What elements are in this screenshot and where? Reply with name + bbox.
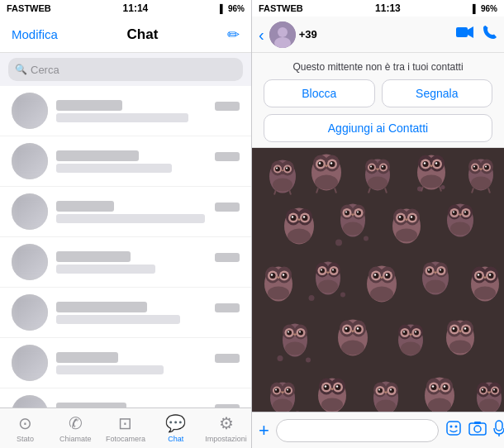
right-status-bar: FASTWEB 11:13 ▌ 96% (252, 0, 504, 17)
svg-point-102 (398, 215, 404, 221)
svg-point-183 (288, 331, 289, 333)
camera-button[interactable] (468, 421, 487, 440)
avatar (12, 345, 48, 381)
svg-point-242 (325, 385, 326, 387)
svg-point-275 (482, 389, 483, 391)
svg-point-24 (318, 161, 324, 167)
mic-button[interactable] (493, 420, 504, 441)
report-button[interactable]: Segnala (382, 79, 493, 107)
nav-actions (456, 25, 497, 44)
svg-point-104 (399, 216, 401, 217)
svg-point-276 (493, 389, 495, 391)
svg-point-252 (389, 388, 394, 393)
svg-point-51 (435, 161, 440, 167)
svg-point-160 (439, 269, 444, 274)
sticker-button[interactable] (445, 420, 462, 441)
edit-button[interactable]: Modifica (12, 27, 58, 41)
right-input-bar: + (252, 412, 504, 448)
add-contact-button[interactable]: Aggiungi ai Contatti (264, 114, 492, 142)
tab-chat[interactable]: 💬 Chat (150, 413, 201, 443)
stato-label: Stato (17, 435, 34, 443)
right-battery: ▌ 96% (473, 4, 497, 13)
svg-point-182 (298, 331, 303, 336)
svg-point-129 (268, 287, 289, 300)
list-item[interactable] (0, 237, 251, 288)
list-item[interactable] (0, 388, 251, 407)
svg-point-150 (374, 274, 376, 275)
svg-point-280 (449, 426, 452, 428)
svg-point-103 (410, 215, 416, 221)
svg-point-70 (471, 177, 491, 190)
tab-fotocamera[interactable]: ⊡ Fotocamera (101, 413, 151, 443)
svg-point-251 (378, 388, 383, 393)
svg-point-138 (332, 269, 334, 271)
svg-point-141 (309, 295, 315, 301)
svg-rect-3 (456, 27, 468, 37)
video-call-button[interactable] (456, 26, 474, 43)
svg-point-96 (364, 236, 368, 241)
chat-info (56, 302, 240, 324)
right-panel: FASTWEB 11:13 ▌ 96% ‹ +39 (252, 0, 504, 448)
svg-point-188 (306, 358, 311, 363)
add-button[interactable]: + (259, 420, 269, 441)
svg-point-205 (402, 331, 407, 336)
chat-list[interactable] (0, 86, 251, 407)
chat-label: Chat (168, 435, 183, 443)
svg-point-83 (288, 229, 311, 244)
warning-buttons: Blocca Segnala (264, 79, 492, 107)
svg-point-208 (415, 331, 416, 333)
svg-point-153 (370, 287, 393, 302)
contact-avatar (269, 21, 296, 48)
svg-point-39 (370, 166, 372, 168)
svg-point-137 (321, 269, 322, 271)
list-item[interactable] (0, 136, 251, 187)
stato-icon: ⊙ (18, 413, 32, 433)
svg-point-206 (414, 331, 419, 336)
voice-call-button[interactable] (483, 25, 497, 44)
avatar (12, 143, 48, 179)
tab-chiamate[interactable]: ✆ Chiamate (50, 413, 101, 443)
list-item[interactable] (0, 86, 251, 136)
list-item[interactable] (0, 187, 251, 237)
svg-point-151 (386, 274, 388, 275)
compose-icon[interactable]: ✏ (227, 26, 240, 44)
svg-point-13 (276, 168, 278, 169)
chat-info (56, 352, 240, 374)
svg-rect-284 (474, 422, 481, 424)
svg-point-80 (292, 216, 293, 217)
svg-point-127 (283, 274, 284, 275)
left-time: 11:14 (123, 2, 149, 14)
tab-stato[interactable]: ⊙ Stato (0, 413, 50, 443)
svg-point-81 (303, 216, 305, 217)
svg-point-199 (341, 341, 364, 355)
avatar (12, 193, 48, 230)
message-input[interactable] (276, 419, 439, 442)
svg-point-218 (453, 327, 454, 329)
svg-point-126 (271, 274, 273, 275)
svg-point-253 (378, 389, 380, 391)
svg-point-263 (443, 384, 449, 390)
svg-point-79 (302, 215, 308, 221)
svg-point-58 (417, 187, 422, 192)
list-item[interactable] (0, 338, 251, 388)
svg-point-184 (299, 331, 301, 333)
svg-point-241 (335, 384, 341, 390)
block-button[interactable]: Blocca (264, 79, 375, 107)
svg-point-170 (477, 273, 483, 279)
svg-point-11 (275, 167, 280, 172)
back-button[interactable]: ‹ (259, 26, 264, 43)
svg-point-187 (278, 355, 283, 361)
svg-point-148 (373, 273, 379, 279)
avatar (12, 244, 48, 280)
svg-point-94 (343, 222, 363, 236)
svg-point-232 (273, 399, 292, 412)
chat-icon: 💬 (165, 413, 186, 433)
list-item[interactable] (0, 288, 251, 338)
tab-impostazioni[interactable]: ⚙ Impostazioni (201, 413, 251, 443)
svg-point-221 (449, 341, 471, 354)
svg-point-118 (450, 222, 470, 236)
search-input-wrap[interactable]: 🔍 Cerca (8, 58, 243, 81)
svg-point-197 (357, 327, 359, 329)
svg-point-59 (441, 185, 445, 189)
svg-point-68 (485, 166, 487, 168)
